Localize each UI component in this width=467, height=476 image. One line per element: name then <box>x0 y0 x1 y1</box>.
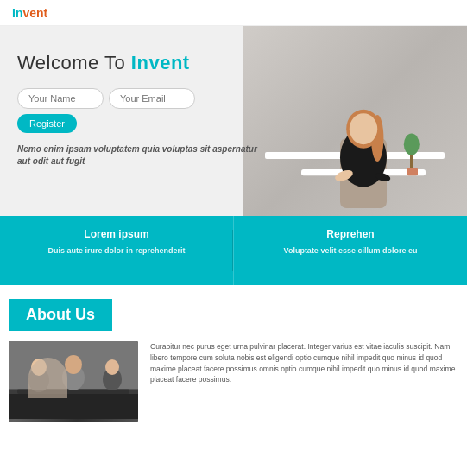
features-strip: Lorem ipsum Duis aute irure dolor in rep… <box>0 216 467 285</box>
feature-item-1: Reprehen Voluptate velit esse cillum dol… <box>234 216 467 285</box>
meeting-illustration <box>9 341 138 419</box>
email-input[interactable] <box>109 88 195 109</box>
feature-desc-0: Duis aute irure dolor in reprehenderit <box>14 245 219 257</box>
about-heading: About Us <box>26 306 95 323</box>
feature-title-1: Reprehen <box>248 228 453 240</box>
logo: Invent <box>12 6 47 20</box>
name-input[interactable] <box>17 88 104 109</box>
about-header-badge: About Us <box>9 299 112 331</box>
hero-title: Welcome To Invent <box>17 52 259 74</box>
feature-divider <box>232 230 233 271</box>
feature-title-0: Lorem ipsum <box>14 228 219 240</box>
person-illustration <box>277 60 450 216</box>
logo-vent: vent <box>22 6 47 20</box>
svg-point-15 <box>31 359 47 376</box>
header: Invent <box>0 0 467 26</box>
hero-subtitle: Nemo enim ipsam voluptatem quia voluptas… <box>17 143 259 168</box>
feature-item-0: Lorem ipsum Duis aute irure dolor in rep… <box>0 216 234 285</box>
svg-point-17 <box>65 355 82 374</box>
about-section: About Us Curabitur nec <box>0 285 467 431</box>
svg-point-9 <box>404 134 420 155</box>
register-button[interactable]: Register <box>17 114 77 133</box>
hero-section: Welcome To Invent Register Nemo enim ips… <box>0 26 467 216</box>
about-body: Curabitur nec purus eget urna pulvinar p… <box>150 341 458 422</box>
svg-rect-13 <box>17 389 129 394</box>
hero-content: Welcome To Invent Register Nemo enim ips… <box>17 52 259 168</box>
svg-point-19 <box>105 359 119 375</box>
svg-point-14 <box>28 368 49 392</box>
about-content: Curabitur nec purus eget urna pulvinar p… <box>0 341 467 422</box>
hero-title-accent: Invent <box>131 52 190 73</box>
svg-point-5 <box>350 113 377 144</box>
logo-in: In <box>12 6 22 20</box>
about-image <box>9 341 138 422</box>
hero-background-image <box>243 26 467 216</box>
hero-title-prefix: Welcome To <box>17 52 131 73</box>
hero-form: Register <box>17 88 259 133</box>
svg-rect-20 <box>9 394 138 419</box>
svg-rect-10 <box>407 168 418 175</box>
feature-desc-1: Voluptate velit esse cillum dolore eu <box>248 245 453 257</box>
